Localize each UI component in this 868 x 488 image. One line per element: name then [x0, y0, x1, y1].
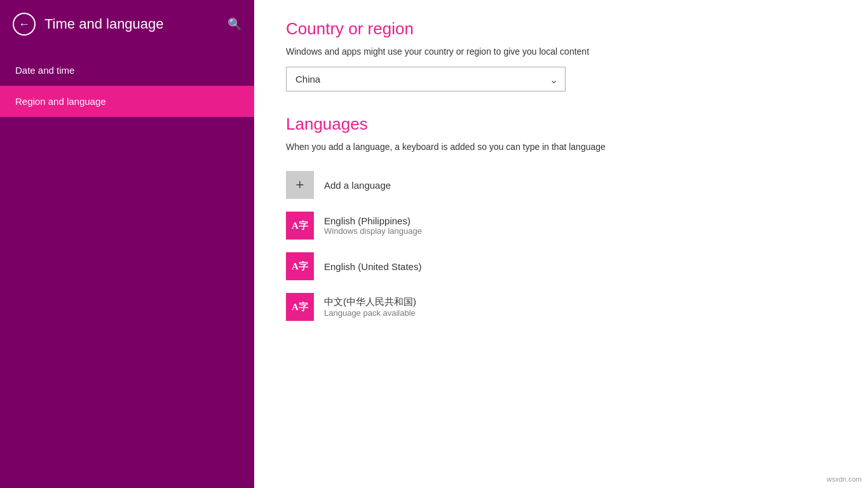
language-icon-text: A字: [292, 220, 308, 232]
language-name: 中文(中华人民共和国): [324, 296, 416, 308]
country-select-wrapper: China United States United Kingdom Phili…: [286, 67, 566, 92]
sidebar-header: ← Time and language 🔍: [0, 0, 254, 48]
language-icon-english-us: A字: [286, 252, 314, 280]
sidebar-nav: Date and time Region and language: [0, 55, 254, 117]
back-button[interactable]: ←: [13, 13, 36, 36]
plus-icon: +: [296, 177, 304, 193]
add-language-item[interactable]: + Add a language: [286, 165, 836, 205]
sidebar-item-region-and-language[interactable]: Region and language: [0, 86, 254, 117]
language-sub: Windows display language: [324, 226, 422, 236]
language-icon-chinese: A字: [286, 293, 314, 321]
search-icon[interactable]: 🔍: [227, 17, 241, 31]
country-section-description: Windows and apps might use your country …: [286, 46, 836, 57]
language-icon-text: A字: [292, 261, 308, 273]
main-content: Country or region Windows and apps might…: [254, 0, 868, 488]
sidebar-item-date-and-time[interactable]: Date and time: [0, 55, 254, 86]
country-region-section: Country or region Windows and apps might…: [286, 19, 836, 92]
language-name: English (Philippines): [324, 215, 422, 226]
back-arrow-icon: ←: [18, 18, 30, 30]
language-info-english-us: English (United States): [324, 261, 421, 272]
list-item[interactable]: A字 English (United States): [286, 246, 836, 287]
watermark: wsxdn.com: [827, 475, 862, 483]
list-item[interactable]: A字 中文(中华人民共和国) Language pack available: [286, 287, 836, 327]
add-language-label: Add a language: [324, 180, 391, 191]
language-list: + Add a language A字 English (Philippines…: [286, 165, 836, 327]
language-info-chinese: 中文(中华人民共和国) Language pack available: [324, 296, 416, 318]
list-item[interactable]: A字 English (Philippines) Windows display…: [286, 205, 836, 246]
language-info-english-ph: English (Philippines) Windows display la…: [324, 215, 422, 236]
sidebar-title: Time and language: [44, 16, 219, 32]
language-icon-text: A字: [292, 301, 308, 313]
languages-section-title: Languages: [286, 114, 836, 134]
sidebar: ← Time and language 🔍 Date and time Regi…: [0, 0, 254, 488]
language-name: English (United States): [324, 261, 421, 272]
country-section-title: Country or region: [286, 19, 836, 39]
language-sub: Language pack available: [324, 308, 416, 318]
languages-section-description: When you add a language, a keyboard is a…: [286, 142, 836, 152]
languages-section: Languages When you add a language, a key…: [286, 114, 836, 327]
country-select[interactable]: China United States United Kingdom Phili…: [286, 67, 566, 92]
add-language-icon: +: [286, 171, 314, 199]
language-icon-english-ph: A字: [286, 212, 314, 240]
